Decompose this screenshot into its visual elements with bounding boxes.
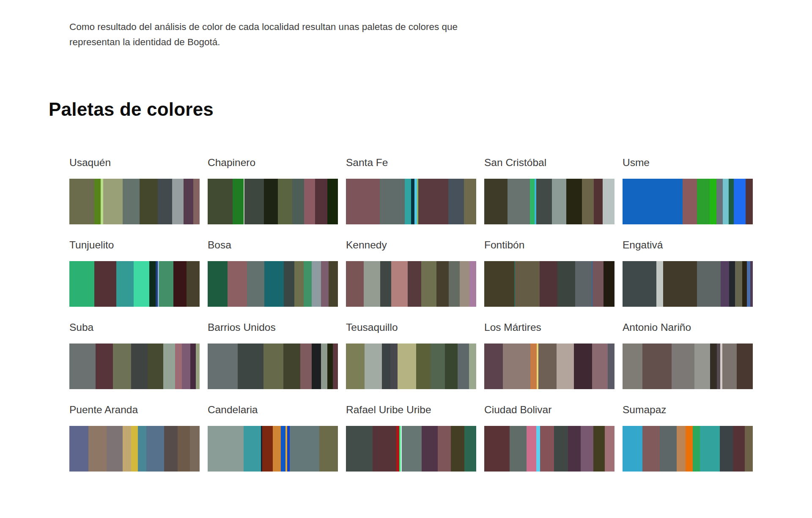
color-stripe xyxy=(327,344,332,389)
color-stripe xyxy=(402,426,422,472)
color-stripe xyxy=(69,426,88,472)
palette-label: Chapinero xyxy=(208,156,338,169)
palette-card: Ciudad Bolivar xyxy=(484,403,614,472)
color-stripe xyxy=(411,179,414,224)
color-stripe xyxy=(281,426,285,472)
color-stripe xyxy=(642,426,660,472)
palette-label: Puente Aranda xyxy=(69,403,200,416)
palette-card: Usaquén xyxy=(69,156,200,224)
color-stripe xyxy=(69,179,94,224)
color-stripe xyxy=(346,179,380,224)
color-stripe xyxy=(503,344,530,389)
color-stripe xyxy=(733,426,745,472)
color-stripe xyxy=(184,179,193,224)
color-stripe xyxy=(568,426,581,472)
color-stripe xyxy=(438,426,451,472)
palette-swatch xyxy=(208,426,338,472)
color-stripe xyxy=(554,426,568,472)
palette-swatch xyxy=(623,344,753,389)
color-stripe xyxy=(745,426,753,472)
color-stripe xyxy=(182,344,190,389)
color-stripe xyxy=(416,344,431,389)
palette-card: Tunjuelito xyxy=(69,239,200,307)
color-stripe xyxy=(329,261,338,307)
palette-label: Fontibón xyxy=(484,239,614,251)
palette-label: Kennedy xyxy=(346,239,476,251)
color-stripe xyxy=(290,426,319,472)
color-stripe xyxy=(484,344,503,389)
color-stripe xyxy=(158,179,172,224)
palette-swatch xyxy=(346,179,476,224)
color-stripe xyxy=(172,179,183,224)
palette-swatch xyxy=(623,179,753,224)
color-stripe xyxy=(734,179,746,224)
color-stripe xyxy=(208,344,238,389)
color-stripe xyxy=(319,426,338,472)
palette-card: Los Mártires xyxy=(484,321,614,389)
color-stripe xyxy=(193,179,200,224)
palette-card: Sumapaz xyxy=(623,403,753,472)
color-stripe xyxy=(729,179,734,224)
color-stripe xyxy=(380,179,405,224)
color-stripe xyxy=(677,426,685,472)
color-stripe xyxy=(278,179,292,224)
color-stripe xyxy=(364,261,380,307)
color-stripe xyxy=(623,261,656,307)
color-stripe xyxy=(398,344,416,389)
color-stripe xyxy=(540,261,557,307)
palette-swatch xyxy=(484,426,614,472)
palette-label: San Cristóbal xyxy=(484,156,614,169)
color-stripe xyxy=(729,261,735,307)
palette-card: Puente Aranda xyxy=(69,403,200,472)
color-stripe xyxy=(208,179,233,224)
palette-card: Teusaquillo xyxy=(346,321,476,389)
color-stripe xyxy=(710,344,717,389)
color-stripe xyxy=(304,179,315,224)
palette-swatch xyxy=(208,344,338,389)
color-stripe xyxy=(312,344,321,389)
color-stripe xyxy=(247,261,264,307)
palette-card: Suba xyxy=(69,321,200,389)
color-stripe xyxy=(436,261,449,307)
palette-label: Tunjuelito xyxy=(69,239,200,251)
color-stripe xyxy=(723,179,729,224)
color-stripe xyxy=(552,179,566,224)
palette-swatch xyxy=(346,261,476,307)
color-stripe xyxy=(700,426,720,472)
palette-swatch xyxy=(69,261,200,307)
palette-swatch xyxy=(484,344,614,389)
color-stripe xyxy=(244,179,264,224)
color-stripe xyxy=(113,344,132,389)
color-stripe xyxy=(464,179,476,224)
color-stripe xyxy=(163,344,175,389)
color-stripe xyxy=(131,426,138,472)
intro-text: Como resultado del análisis de color de … xyxy=(69,19,475,50)
color-stripe xyxy=(515,261,540,307)
color-stripe xyxy=(656,261,663,307)
color-stripe xyxy=(312,261,321,307)
color-stripe xyxy=(449,261,460,307)
palette-swatch xyxy=(208,179,338,224)
page-title: Paletas de colores xyxy=(49,99,214,120)
color-stripe xyxy=(484,261,514,307)
color-stripe xyxy=(527,426,536,472)
color-stripe xyxy=(88,426,106,472)
palette-card: Usme xyxy=(623,156,753,224)
color-stripe xyxy=(603,179,614,224)
color-stripe xyxy=(134,261,149,307)
color-stripe xyxy=(190,344,195,389)
palette-card: Fontibón xyxy=(484,239,614,307)
color-stripe xyxy=(300,344,312,389)
palette-grid: Usaquén Chapinero Santa Fe San Cristóbal… xyxy=(69,156,753,472)
color-stripe xyxy=(283,344,300,389)
color-stripe xyxy=(96,344,112,389)
color-stripe xyxy=(604,261,614,307)
color-stripe xyxy=(538,344,557,389)
palette-card: Rafael Uribe Uribe xyxy=(346,403,476,472)
palette-label: Usme xyxy=(623,156,753,169)
color-stripe xyxy=(608,344,614,389)
palette-swatch xyxy=(346,426,476,472)
color-stripe xyxy=(693,426,700,472)
color-stripe xyxy=(557,344,573,389)
palette-swatch xyxy=(69,344,200,389)
